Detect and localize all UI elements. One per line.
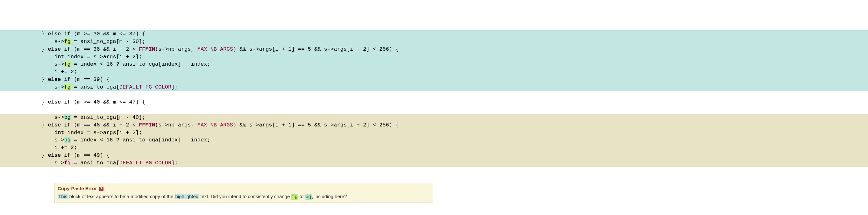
note-title: Copy-Paste Error [58,185,97,192]
code-line: } else if (m == 39) { [41,76,868,84]
token-highlight: fg [64,61,70,67]
code-line: s->fg = ansi_to_cga[DEFAULT_FG_COLOR]; [41,84,868,91]
code-line: } else if (m == 48 && i + 2 < FFMIN(s->n… [41,121,868,129]
copy-paste-error-note: Copy-Paste Error ? This block of text ap… [54,183,433,203]
help-icon[interactable]: ? [99,187,103,191]
code-line: s->fg = ansi_to_cga[m - 30]; [41,38,868,45]
code-line: i += 2; [41,144,868,152]
code-line: int index = s->args[i + 2]; [41,129,868,136]
code-line: } else if (m == 38 && i + 2 < FFMIN(s->n… [41,45,868,53]
note-ref-highlighted: highlighted [175,194,199,199]
code-line: s->fg = ansi_to_cga[DEFAULT_BG_COLOR]; [41,159,868,167]
token-highlight: bg [64,137,70,143]
note-ref-this: This [58,194,68,199]
token-highlight: fg [64,160,70,166]
code-line: i += 2; [41,68,868,76]
token-highlight: fg [64,84,70,90]
code-region-highlighted: } else if (m >= 30 && m <= 37) { s->fg =… [0,30,868,91]
code-line: } else if (m == 49) { [41,152,868,159]
token-highlight: fg [64,38,70,44]
code-line: s->bg = ansi_to_cga[m - 40]; [41,114,868,121]
code-line: s->bg = index < 16 ? ansi_to_cga[index] … [41,136,868,144]
code-line: s->fg = index < 16 ? ansi_to_cga[index] … [41,61,868,68]
code-line: int index = s->args[i + 2]; [41,53,868,61]
token-highlight: bg [64,114,70,120]
code-line: } else if (m >= 30 && m <= 37) { [41,30,868,38]
code-region-gap: } else if (m >= 40 && m <= 47) { [0,98,868,106]
note-token-fg: fg [291,194,298,200]
note-body: This block of text appears to be a modif… [58,193,430,201]
code-line: } else if (m >= 40 && m <= 47) { [41,98,868,106]
note-token-bg: bg [305,194,312,200]
code-region-copy: s->bg = ansi_to_cga[m - 40];} else if (m… [0,114,868,167]
